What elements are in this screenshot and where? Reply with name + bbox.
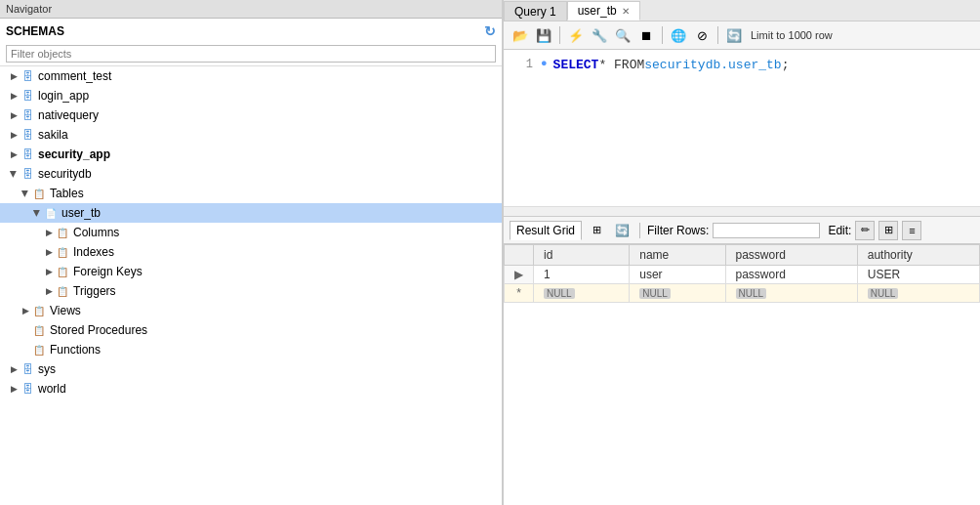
editor-toolbar: 📂 💾 ⚡ 🔧 🔍 ⏹ 🌐 ⊘ 🔄 Limit to 1000 row (504, 21, 980, 50)
result-toolbar-separator (639, 223, 640, 238)
tree-label: Columns (73, 226, 119, 239)
stored-procedures-icon: 📋 (31, 322, 47, 338)
right-panel: Query 1 user_tb ✕ 📂 💾 ⚡ 🔧 🔍 ⏹ 🌐 ⊘ 🔄 Limi… (504, 0, 980, 505)
arrow-icon: ▶ (8, 90, 20, 102)
disconnect-button[interactable]: ⊘ (691, 24, 713, 46)
tree-item-login_app[interactable]: ▶ 🗄 login_app (0, 86, 502, 105)
table-header-row: id name password authority (505, 245, 980, 266)
db-connect-button[interactable]: 🌐 (668, 24, 689, 46)
sql-editor[interactable]: 1 ● SELECT * FROM securitydb.user_tb ; (504, 50, 980, 206)
cell-id: 1 (534, 266, 630, 284)
tab-bar: Query 1 user_tb ✕ (504, 0, 980, 21)
tree-item-views[interactable]: ▶ 📋 Views (0, 301, 502, 320)
tree-item-columns[interactable]: ▶ 📋 Columns (0, 223, 502, 242)
filter-rows-input[interactable] (713, 223, 820, 238)
tree-label: Triggers (73, 284, 116, 298)
tab-close-icon[interactable]: ✕ (622, 6, 630, 17)
tree-label: security_app (38, 147, 110, 161)
tree-item-foreign-keys[interactable]: ▶ 📋 Foreign Keys (0, 262, 502, 281)
foreignkeys-folder-icon: 📋 (55, 264, 70, 279)
tree-item-comment_test[interactable]: ▶ 🗄 comment_test (0, 66, 502, 86)
tree-item-sys[interactable]: ▶ 🗄 sys (0, 359, 502, 379)
result-grid-label: Result Grid (516, 224, 575, 237)
tab-user_tb-label: user_tb (578, 4, 617, 18)
toolbar-separator2 (662, 26, 663, 44)
search-button[interactable]: 🔍 (612, 24, 633, 46)
arrow-icon: ▶ (43, 266, 55, 277)
tree-label: login_app (38, 89, 89, 103)
result-grid-tab[interactable]: Result Grid (510, 221, 582, 240)
db-icon: 🗄 (20, 361, 35, 377)
tree-item-world[interactable]: ▶ 🗄 world (0, 379, 502, 399)
data-table: id name password authority ▶ 1 user pass… (504, 244, 980, 303)
arrow-icon: ▶ (8, 70, 20, 82)
edit-more-button[interactable]: ≡ (902, 221, 921, 240)
tree-item-functions[interactable]: 📋 Functions (0, 340, 502, 359)
db-icon: 🗄 (20, 127, 35, 143)
tree-label: sakila (38, 128, 68, 142)
cell-authority-null: NULL (857, 284, 979, 303)
sql-identifier: securitydb.user_tb (644, 56, 781, 76)
execute-button[interactable]: ⚡ (565, 24, 587, 46)
tree-label: Indexes (73, 245, 114, 259)
tree-label: Views (50, 304, 81, 317)
cell-password: password (725, 266, 857, 284)
result-panel: Result Grid ⊞ 🔄 Filter Rows: Edit: ✏ ⊞ ≡ (504, 216, 980, 303)
edit-label: Edit: (828, 224, 851, 237)
stop-button[interactable]: ⏹ (635, 24, 657, 46)
navigator-refresh-icon[interactable]: ↻ (484, 23, 496, 39)
tree-item-sakila[interactable]: ▶ 🗄 sakila (0, 125, 502, 145)
arrow-icon: ▶ (43, 246, 55, 258)
col-authority[interactable]: authority (857, 245, 979, 266)
horizontal-scrollbar[interactable] (504, 206, 980, 216)
columns-folder-icon: 📋 (55, 225, 70, 240)
open-file-button[interactable]: 📂 (510, 24, 531, 46)
refresh-schema-button[interactable]: 🔄 (723, 24, 745, 46)
cell-id-null: NULL (534, 284, 630, 303)
arrow-icon: ▶ (8, 363, 20, 375)
arrow-expanded-icon: ▶ (20, 188, 31, 199)
tree-item-tables[interactable]: ▶ 📋 Tables (0, 184, 502, 203)
arrow-icon: ▶ (20, 305, 31, 316)
sql-line-1: 1 ● SELECT * FROM securitydb.user_tb ; (513, 56, 970, 76)
indexes-folder-icon: 📋 (55, 244, 70, 260)
toolbar-separator3 (717, 26, 718, 44)
navigator-panel: Navigator SCHEMAS ↻ ▶ 🗄 comment_test ▶ 🗄… (0, 0, 504, 505)
db-icon: 🗄 (20, 88, 35, 104)
tab-user_tb[interactable]: user_tb ✕ (567, 1, 640, 21)
edit-grid-button[interactable]: ⊞ (878, 221, 898, 240)
edit-pencil-button[interactable]: ✏ (855, 221, 875, 240)
col-id[interactable]: id (534, 245, 630, 266)
grid-format-button[interactable]: ⊞ (586, 220, 607, 241)
row-marker: ▶ (505, 266, 534, 284)
views-folder-icon: 📋 (31, 303, 47, 318)
save-button[interactable]: 💾 (533, 24, 554, 46)
result-toolbar: Result Grid ⊞ 🔄 Filter Rows: Edit: ✏ ⊞ ≡ (504, 217, 980, 244)
tree-label: world (38, 382, 66, 396)
tree-item-stored-procedures[interactable]: 📋 Stored Procedures (0, 320, 502, 340)
limit-label: Limit to 1000 row (751, 29, 833, 41)
tree-item-security_app[interactable]: ▶ 🗄 security_app (0, 145, 502, 164)
row-marker: * (505, 284, 534, 303)
tree-label: sys (38, 362, 56, 376)
tree-item-user_tb[interactable]: ▶ 📄 user_tb (0, 203, 502, 223)
tab-query1-label: Query 1 (514, 5, 556, 19)
cell-name-null: NULL (630, 284, 725, 303)
tree-label: comment_test (38, 69, 111, 83)
tab-query1[interactable]: Query 1 (504, 1, 567, 21)
tree-item-indexes[interactable]: ▶ 📋 Indexes (0, 242, 502, 262)
table-row: ▶ 1 user password USER (505, 266, 980, 284)
sql-keyword-select: SELECT (553, 56, 599, 76)
filter-rows-label: Filter Rows: (647, 224, 709, 237)
col-password[interactable]: password (725, 245, 857, 266)
filter-box (0, 42, 502, 66)
col-name[interactable]: name (630, 245, 725, 266)
toolbar-separator (559, 26, 560, 44)
tree-item-nativequery[interactable]: ▶ 🗄 nativequery (0, 105, 502, 125)
tree-item-securitydb[interactable]: ▶ 🗄 securitydb (0, 164, 502, 184)
tools-button[interactable]: 🔧 (589, 24, 610, 46)
arrow-icon: ▶ (43, 227, 55, 238)
filter-objects-input[interactable] (6, 45, 496, 63)
grid-refresh-button[interactable]: 🔄 (611, 220, 633, 241)
tree-item-triggers[interactable]: ▶ 📋 Triggers (0, 281, 502, 301)
